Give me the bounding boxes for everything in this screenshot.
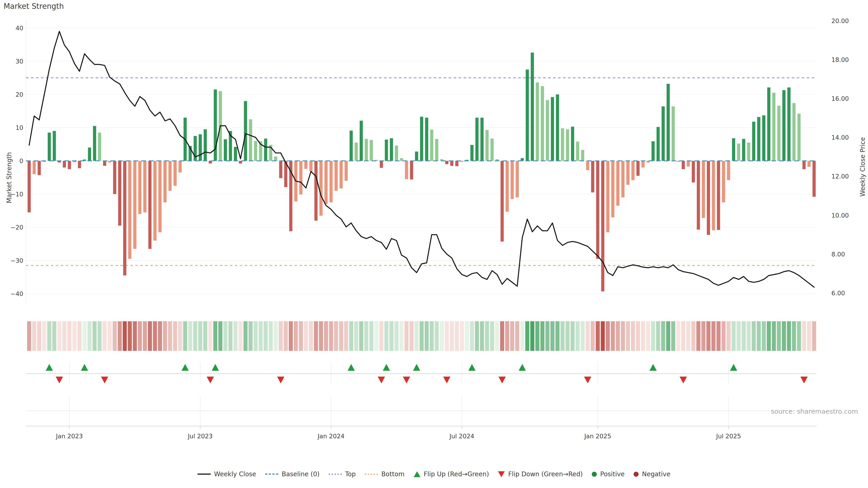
strength-bar [53, 131, 56, 161]
strength-bar [360, 121, 363, 161]
strength-bar [174, 161, 177, 186]
strength-bar [777, 106, 780, 161]
heatmap-cell [490, 321, 494, 351]
heatmap-cell [425, 321, 429, 351]
right-axis-tick-label: 14.00 [831, 134, 849, 141]
heatmap-cell [676, 321, 680, 351]
strength-bar [596, 161, 599, 259]
tri-up-swatch-icon [414, 471, 421, 477]
heatmap-cell [133, 321, 137, 351]
legend-item-weekly-close[interactable]: Weekly Close [197, 470, 256, 478]
strength-bar [344, 161, 348, 181]
heatmap-cell [334, 321, 338, 351]
x-axis-tick-label: Jul 2023 [187, 433, 213, 440]
heatmap-cell [565, 321, 569, 351]
heatmap-cell [470, 321, 474, 351]
strength-bar [672, 106, 675, 161]
heatmap-cell [258, 321, 263, 351]
heatmap-cell [344, 321, 348, 351]
heatmap-cell [203, 321, 207, 351]
strength-bar [450, 161, 454, 166]
legend-item-flip-down-green-red[interactable]: Flip Down (Green→Red) [498, 470, 583, 478]
heatmap-cell [430, 321, 434, 351]
strength-bar [762, 116, 765, 161]
heatmap-cell [576, 321, 580, 351]
legend-item-positive[interactable]: Positive [592, 470, 625, 478]
heatmap-cell [450, 321, 454, 351]
strength-bar [798, 113, 801, 161]
strength-bar [682, 161, 685, 169]
flip-up-marker [182, 364, 189, 371]
strength-bar [350, 131, 353, 161]
legend-item-flip-up-red-green[interactable]: Flip Up (Red→Green) [414, 470, 489, 478]
heatmap-cell [737, 321, 741, 351]
strength-bar [491, 139, 494, 161]
strength-bar [138, 161, 142, 214]
strength-bar [727, 161, 730, 180]
heatmap-cell [243, 321, 248, 351]
heatmap-cell [374, 321, 378, 351]
flip-up-marker [413, 364, 420, 371]
right-axis-tick-label: 18.00 [831, 56, 849, 63]
strength-bar [636, 161, 640, 176]
strength-bar [551, 97, 554, 161]
strength-bar [717, 161, 720, 230]
right-axis-ticks: 20.0018.0016.0014.0012.0010.008.006.00 [831, 18, 849, 297]
heatmap-cell [807, 321, 811, 351]
strength-bar [279, 161, 282, 178]
strength-bar [204, 129, 207, 161]
heatmap-cell [681, 321, 685, 351]
heatmap-cell [656, 321, 660, 351]
legend-item-label: Baseline (0) [282, 470, 319, 478]
strength-bar [807, 161, 811, 167]
strength-bar [249, 119, 252, 161]
heatmap-cell [57, 321, 61, 351]
heatmap-cell [696, 321, 701, 351]
heatmap-cell [505, 321, 509, 351]
legend-item-label: Top [345, 470, 356, 478]
heatmap-cell [37, 321, 41, 351]
strength-bar [254, 141, 257, 161]
flip-up-marker [212, 364, 219, 371]
heatmap-cell [510, 321, 514, 351]
strength-bar [486, 130, 489, 161]
strength-bar [199, 134, 202, 161]
heatmap-cell [384, 321, 388, 351]
heatmap-cell [691, 321, 695, 351]
heatmap-cell [42, 321, 46, 351]
left-axis-tick-label: −20 [10, 224, 23, 231]
strength-bar [304, 161, 307, 169]
heatmap-cell [163, 321, 167, 351]
heatmap-cell [32, 321, 36, 351]
heatmap-cell [570, 321, 575, 351]
legend-item-baseline-0[interactable]: Baseline (0) [265, 470, 319, 478]
strength-bar [244, 101, 247, 161]
strength-bar [28, 161, 31, 213]
heatmap-cell [546, 321, 550, 351]
legend-item-top[interactable]: Top [329, 470, 356, 478]
heatmap-cell [686, 321, 690, 351]
legend-item-label: Bottom [381, 470, 405, 478]
heatmap-cell [118, 321, 122, 351]
heatmap-cell [420, 321, 424, 351]
x-axis-tick-label: Jan 2023 [56, 433, 83, 440]
strength-bar [697, 161, 700, 230]
heatmap-cell [611, 321, 615, 351]
strength-bar [732, 138, 735, 161]
strength-bar [98, 133, 101, 161]
heatmap-cell [395, 321, 399, 351]
strength-bar [48, 133, 51, 161]
strength-bar [133, 161, 136, 249]
legend-item-bottom[interactable]: Bottom [365, 470, 405, 478]
x-axis-tick-label: Jul 2024 [449, 433, 474, 440]
dot-bottom-swatch-icon [365, 474, 378, 475]
heatmap-cell [83, 321, 87, 351]
chart-plot-area: 403020100−10−20−30−4020.0018.0016.0014.0… [0, 0, 868, 465]
heatmap-cell [138, 321, 142, 351]
legend-item-negative[interactable]: Negative [633, 470, 671, 478]
heatmap-cell [183, 321, 187, 351]
legend-item-label: Flip Down (Green→Red) [508, 470, 583, 478]
heatmap-cell [752, 321, 756, 351]
heatmap-cell [540, 321, 545, 351]
left-axis-tick-label: −10 [10, 191, 23, 198]
